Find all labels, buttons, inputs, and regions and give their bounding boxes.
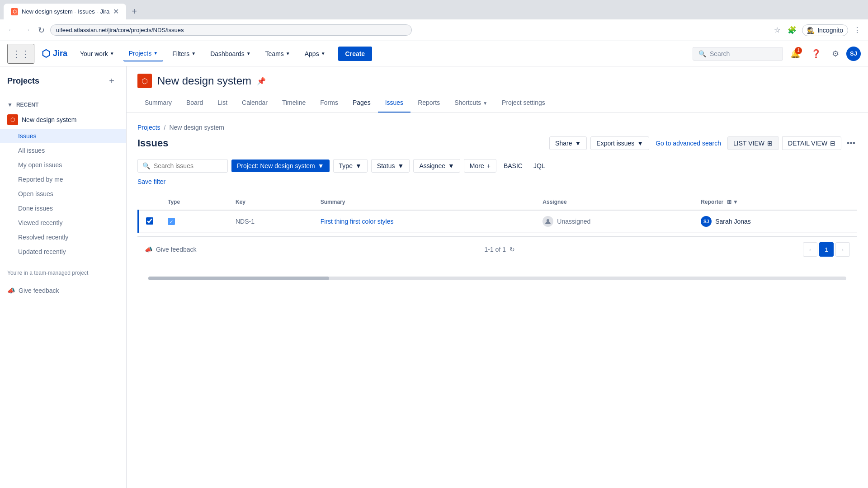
sidebar-recent-header[interactable]: ▼ RECENT xyxy=(0,99,126,111)
breadcrumb-projects[interactable]: Projects xyxy=(137,124,160,131)
tab-summary[interactable]: Summary xyxy=(137,94,179,113)
breadcrumb-current: New design system xyxy=(169,124,224,131)
reporter-avatar: SJ xyxy=(701,216,712,227)
more-filter-button[interactable]: More + xyxy=(464,159,496,173)
give-feedback-button[interactable]: 📣 Give feedback xyxy=(145,246,197,253)
tab-list[interactable]: List xyxy=(210,94,235,113)
megaphone-icon: 📣 xyxy=(145,246,152,253)
apps-chevron: ▼ xyxy=(321,51,326,56)
pagination-page-1-button[interactable]: 1 xyxy=(819,242,834,257)
sidebar-item-open-issues[interactable]: Open issues xyxy=(0,187,126,201)
issues-table: Type Key Summary Assignee Reporter ⊞ ▼ xyxy=(137,194,857,233)
help-button[interactable]: ❓ xyxy=(807,45,825,62)
reporter-col-icon[interactable]: ⊞ ▼ xyxy=(727,199,738,205)
active-tab[interactable]: ⬡ New design system - Issues - Jira ✕ xyxy=(4,4,126,19)
user-avatar[interactable]: SJ xyxy=(846,47,861,61)
project-filter-button[interactable]: Project: New design system ▼ xyxy=(231,160,330,172)
horizontal-scrollbar[interactable] xyxy=(148,277,846,280)
horizontal-scrollbar-container xyxy=(127,277,868,280)
sidebar-item-updated-recently[interactable]: Updated recently xyxy=(0,244,126,259)
reload-button[interactable]: ↻ xyxy=(36,23,47,37)
shortcuts-chevron: ▼ xyxy=(483,101,487,106)
sidebar-item-resolved-recently[interactable]: Resolved recently xyxy=(0,230,126,244)
project-header: ⬡ New design system 📌 Summary Board List… xyxy=(127,66,868,113)
search-issues-box[interactable]: 🔍 xyxy=(137,159,228,173)
assignee-filter-button[interactable]: Assignee ▼ xyxy=(413,159,460,173)
row-assignee-cell: Unassigned xyxy=(535,210,693,233)
jql-mode-button[interactable]: JQL xyxy=(530,160,549,172)
type-filter-button[interactable]: Type ▼ xyxy=(333,159,368,173)
issues-title: Issues xyxy=(137,137,169,149)
notifications-button[interactable]: 🔔 1 xyxy=(787,45,804,62)
basic-mode-button[interactable]: BASIC xyxy=(500,160,526,172)
tab-issues[interactable]: Issues xyxy=(378,94,410,113)
pagination-prev-button[interactable]: ‹ xyxy=(803,242,817,257)
sidebar-item-viewed-recently[interactable]: Viewed recently xyxy=(0,216,126,230)
sidebar-project-item[interactable]: ⬡ New design system xyxy=(0,111,126,129)
more-actions-button[interactable]: ••• xyxy=(845,137,857,150)
sidebar-item-my-open-issues[interactable]: My open issues xyxy=(0,158,126,172)
new-tab-button[interactable]: + xyxy=(128,5,141,19)
row-checkbox-cell[interactable] xyxy=(138,210,161,233)
projects-nav[interactable]: Projects ▼ xyxy=(123,46,163,61)
project-title-row: ⬡ New design system 📌 xyxy=(137,74,857,94)
bookmark-button[interactable]: ☆ xyxy=(772,24,782,36)
share-chevron: ▼ xyxy=(575,140,581,147)
save-filter-button[interactable]: Save filter xyxy=(137,176,165,187)
share-button[interactable]: Share ▼ xyxy=(549,136,587,150)
chrome-more-button[interactable]: ⋮ xyxy=(852,24,863,36)
issues-actions: Share ▼ Export issues ▼ Go to advanced s… xyxy=(549,136,857,150)
url-bar[interactable]: uifeed.atlassian.net/jira/core/projects/… xyxy=(50,24,412,36)
pagination-next-button[interactable]: › xyxy=(835,242,850,257)
tab-forms[interactable]: Forms xyxy=(313,94,345,113)
tab-close-button[interactable]: ✕ xyxy=(113,7,119,16)
your-work-nav[interactable]: Your work ▼ xyxy=(75,47,120,61)
apps-nav[interactable]: Apps ▼ xyxy=(299,47,331,61)
sidebar-title: Projects xyxy=(7,76,39,86)
status-filter-button[interactable]: Status ▼ xyxy=(371,159,410,173)
project-icon: ⬡ xyxy=(7,114,18,125)
extensions-button[interactable]: 🧩 xyxy=(786,24,798,36)
search-box[interactable]: 🔍 Search xyxy=(693,47,783,61)
export-chevron: ▼ xyxy=(637,140,643,147)
app-switcher-button[interactable]: ⋮⋮ xyxy=(7,44,34,64)
sidebar-feedback-link[interactable]: 📣 Give feedback xyxy=(0,283,126,298)
pin-icon[interactable]: 📌 xyxy=(257,77,266,85)
tab-shortcuts[interactable]: Shortcuts ▼ xyxy=(447,94,495,113)
forward-button[interactable]: → xyxy=(21,23,33,37)
tab-board[interactable]: Board xyxy=(179,94,210,113)
incognito-profile[interactable]: 🕵 Incognito xyxy=(802,24,848,36)
refresh-icon[interactable]: ↻ xyxy=(509,246,515,253)
row-checkbox[interactable] xyxy=(146,217,153,225)
issue-summary-link[interactable]: First thing first color styles xyxy=(321,218,394,225)
tab-project-settings[interactable]: Project settings xyxy=(495,94,552,113)
tab-pages[interactable]: Pages xyxy=(345,94,378,113)
dashboards-nav[interactable]: Dashboards ▼ xyxy=(205,47,256,61)
settings-button[interactable]: ⚙ xyxy=(828,45,843,62)
teams-nav[interactable]: Teams ▼ xyxy=(260,47,296,61)
list-view-button[interactable]: LIST VIEW ⊞ xyxy=(727,136,778,150)
add-project-button[interactable]: + xyxy=(104,74,119,88)
issue-key: NDS-1 xyxy=(236,218,255,225)
filters-nav[interactable]: Filters ▼ xyxy=(167,47,201,61)
tab-reports[interactable]: Reports xyxy=(410,94,447,113)
export-button[interactable]: Export issues ▼ xyxy=(590,136,649,150)
back-button[interactable]: ← xyxy=(5,23,17,37)
create-button[interactable]: Create xyxy=(338,47,373,61)
sidebar-item-issues[interactable]: Issues xyxy=(0,129,126,143)
tab-calendar[interactable]: Calendar xyxy=(235,94,275,113)
sidebar-footer-area: You're in a team-managed project 📣 Give … xyxy=(0,263,126,298)
search-issues-input[interactable] xyxy=(154,162,222,169)
jira-logo-icon: ⬡ xyxy=(42,48,50,60)
sidebar-item-reported-by-me[interactable]: Reported by me xyxy=(0,172,126,187)
jira-logo[interactable]: ⬡ Jira xyxy=(38,44,71,63)
sidebar-item-done-issues[interactable]: Done issues xyxy=(0,201,126,216)
filters-row: 🔍 Project: New design system ▼ Type ▼ St… xyxy=(137,159,857,173)
notification-badge: 1 xyxy=(795,47,802,54)
tab-timeline[interactable]: Timeline xyxy=(275,94,313,113)
breadcrumb: Projects / New design system xyxy=(137,124,857,131)
dashboards-chevron: ▼ xyxy=(246,51,251,56)
detail-view-button[interactable]: DETAIL VIEW ⊟ xyxy=(782,136,841,150)
sidebar-item-all-issues[interactable]: All issues xyxy=(0,143,126,158)
advanced-search-button[interactable]: Go to advanced search xyxy=(653,137,724,150)
